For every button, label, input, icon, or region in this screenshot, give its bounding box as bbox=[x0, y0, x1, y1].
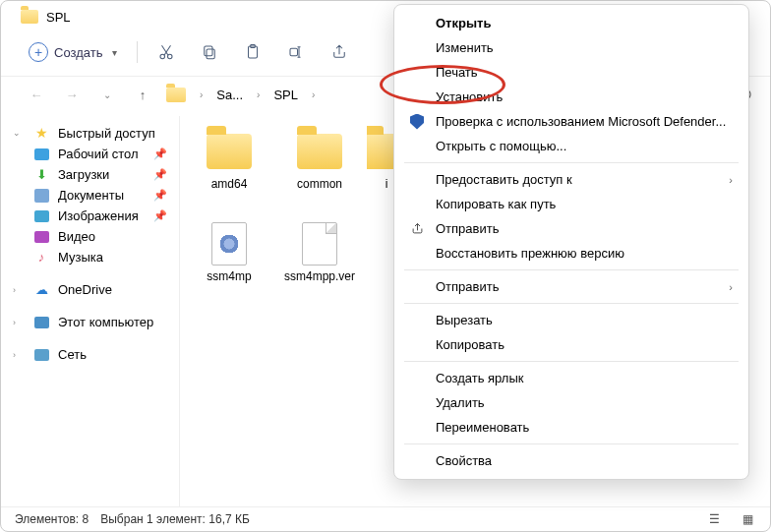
menu-print[interactable]: Печать bbox=[394, 60, 748, 85]
separator bbox=[137, 41, 138, 63]
folder-icon bbox=[21, 10, 38, 24]
music-icon: ♪ bbox=[32, 250, 50, 265]
sidebar-label: Быстрый доступ bbox=[58, 126, 155, 141]
menu-rename[interactable]: Переименовать bbox=[394, 415, 748, 440]
share-button[interactable] bbox=[323, 38, 356, 66]
details-view-button[interactable]: ☰ bbox=[705, 511, 723, 527]
chevron-right-icon: › bbox=[308, 89, 319, 100]
folder-item[interactable]: common bbox=[276, 126, 363, 210]
pin-icon: 📌 bbox=[153, 168, 167, 181]
sidebar-onedrive[interactable]: › ☁ OneDrive bbox=[5, 279, 175, 300]
sidebar-quick-access[interactable]: ⌄ ★ Быстрый доступ bbox=[5, 122, 175, 144]
menu-install[interactable]: Установить bbox=[394, 85, 748, 109]
sidebar-downloads[interactable]: ⬇ Загрузки 📌 bbox=[5, 164, 175, 185]
menu-delete[interactable]: Удалить bbox=[394, 390, 748, 415]
chevron-right-icon: › bbox=[13, 318, 25, 327]
chevron-right-icon: › bbox=[253, 89, 264, 100]
menu-divider bbox=[404, 303, 739, 304]
copy-button[interactable] bbox=[193, 38, 226, 66]
menu-grant-access[interactable]: Предоставить доступ к› bbox=[394, 167, 748, 192]
chevron-right-icon: › bbox=[729, 281, 733, 293]
sidebar-desktop[interactable]: Рабочий стол 📌 bbox=[5, 144, 175, 164]
chevron-right-icon: › bbox=[729, 174, 733, 186]
sidebar-this-pc[interactable]: › Этот компьютер bbox=[5, 312, 175, 332]
svg-rect-2 bbox=[207, 49, 214, 59]
back-button[interactable]: ← bbox=[23, 83, 50, 106]
cut-button[interactable] bbox=[149, 38, 183, 66]
file-icon bbox=[302, 222, 337, 266]
pictures-icon bbox=[34, 210, 49, 222]
icons-view-button[interactable]: ▦ bbox=[739, 511, 756, 527]
sidebar-label: Сеть bbox=[58, 347, 87, 362]
rename-button[interactable] bbox=[279, 38, 313, 66]
chevron-down-icon: ⌄ bbox=[13, 128, 25, 138]
sidebar-label: Рабочий стол bbox=[58, 147, 139, 161]
chevron-right-icon: › bbox=[13, 285, 25, 295]
chevron-down-icon: ▾ bbox=[108, 47, 121, 58]
paste-button[interactable] bbox=[236, 38, 269, 66]
menu-cut[interactable]: Вырезать bbox=[394, 308, 748, 332]
new-button[interactable]: + Создать ▾ bbox=[27, 40, 125, 64]
download-icon: ⬇ bbox=[32, 167, 50, 182]
sidebar-label: Видео bbox=[58, 229, 95, 244]
inf-file-icon bbox=[211, 222, 247, 266]
menu-divider bbox=[404, 269, 739, 270]
sidebar-label: Документы bbox=[58, 188, 124, 203]
history-chevron[interactable]: ⌄ bbox=[93, 83, 121, 106]
menu-change[interactable]: Изменить bbox=[394, 35, 748, 60]
item-label: i bbox=[386, 177, 388, 191]
plus-icon: + bbox=[29, 42, 48, 62]
menu-open-with[interactable]: Открыть с помощью... bbox=[394, 134, 748, 158]
sidebar-video[interactable]: Видео bbox=[5, 226, 175, 247]
menu-properties[interactable]: Свойства bbox=[394, 448, 748, 473]
desktop-icon bbox=[34, 148, 49, 160]
window-title: SPL bbox=[46, 10, 71, 25]
sidebar-documents[interactable]: Документы 📌 bbox=[5, 185, 175, 206]
star-icon: ★ bbox=[32, 125, 50, 141]
menu-divider bbox=[404, 443, 739, 444]
menu-divider bbox=[404, 162, 739, 163]
network-icon bbox=[34, 349, 49, 361]
item-label: ssm4mp bbox=[207, 269, 251, 283]
sidebar-music[interactable]: ♪ Музыка bbox=[5, 247, 175, 267]
documents-icon bbox=[34, 189, 49, 203]
folder-icon bbox=[207, 134, 252, 169]
menu-open[interactable]: Открыть bbox=[394, 11, 748, 35]
svg-point-1 bbox=[168, 54, 173, 59]
breadcrumb-item[interactable]: Sa... bbox=[214, 88, 245, 102]
menu-copy[interactable]: Копировать bbox=[394, 332, 748, 357]
chevron-right-icon: › bbox=[13, 350, 25, 360]
forward-button[interactable]: → bbox=[58, 83, 86, 106]
new-label: Создать bbox=[54, 45, 102, 60]
menu-share[interactable]: Отправить bbox=[394, 216, 748, 241]
sidebar: ⌄ ★ Быстрый доступ Рабочий стол 📌 ⬇ Загр… bbox=[1, 116, 180, 506]
sidebar-label: Изображения bbox=[58, 208, 139, 223]
menu-copy-path[interactable]: Копировать как путь bbox=[394, 192, 748, 216]
menu-send-to[interactable]: Отправить› bbox=[394, 274, 748, 299]
file-item[interactable]: ssm4mp bbox=[186, 218, 272, 303]
pin-icon: 📌 bbox=[153, 209, 167, 222]
file-item[interactable]: ssm4mpp.ver bbox=[276, 218, 363, 303]
sidebar-network[interactable]: › Сеть bbox=[5, 344, 175, 365]
context-menu: Открыть Изменить Печать Установить Прове… bbox=[393, 4, 749, 480]
sidebar-label: Музыка bbox=[58, 250, 103, 265]
pin-icon: 📌 bbox=[153, 148, 167, 160]
up-button[interactable]: ↑ bbox=[129, 83, 156, 106]
sidebar-pictures[interactable]: Изображения 📌 bbox=[5, 206, 175, 226]
status-selection: Выбран 1 элемент: 16,7 КБ bbox=[100, 512, 250, 526]
folder-icon bbox=[166, 88, 186, 102]
pin-icon: 📌 bbox=[153, 189, 167, 202]
menu-divider bbox=[404, 361, 739, 362]
menu-defender[interactable]: Проверка с использованием Microsoft Defe… bbox=[394, 109, 748, 134]
folder-icon bbox=[297, 134, 342, 169]
item-label: common bbox=[297, 177, 342, 191]
breadcrumb-item[interactable]: SPL bbox=[271, 88, 300, 102]
pc-icon bbox=[34, 317, 49, 328]
menu-shortcut[interactable]: Создать ярлык bbox=[394, 366, 748, 390]
sidebar-label: Загрузки bbox=[58, 167, 109, 182]
svg-rect-6 bbox=[290, 48, 298, 56]
share-icon bbox=[408, 221, 426, 236]
menu-restore[interactable]: Восстановить прежнюю версию bbox=[394, 241, 748, 266]
folder-item[interactable]: amd64 bbox=[186, 126, 272, 210]
item-label: amd64 bbox=[211, 177, 248, 191]
